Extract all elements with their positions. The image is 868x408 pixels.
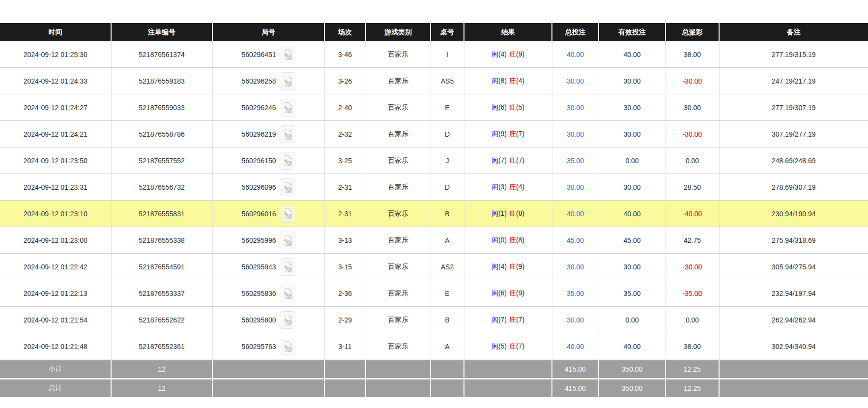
total-bet-link[interactable]: 30.00	[567, 77, 584, 85]
cell-game-type: 百家乐	[366, 333, 431, 360]
cell-bet-no: 521876561374	[111, 41, 212, 68]
banker-score: (9)	[516, 289, 524, 297]
table-row[interactable]: 2024-09-12 01:23:31 521876556732 5602960…	[0, 174, 868, 201]
total-bet-link[interactable]: 30.00	[567, 130, 584, 138]
cell-bet-no: 521876556732	[111, 174, 212, 201]
video-replay-button[interactable]	[280, 152, 295, 170]
table-row[interactable]: 2024-09-12 01:22:42 521876554591 5602959…	[0, 254, 868, 280]
video-replay-button[interactable]	[280, 178, 295, 196]
cell-total-bet: 45.00	[552, 227, 599, 254]
cell-table-no: J	[431, 147, 464, 174]
cell-valid-bet: 0.00	[599, 147, 665, 174]
banker-result-label: 庄	[509, 289, 516, 297]
table-row[interactable]: 2024-09-12 01:24:21 521876558786 5602962…	[0, 121, 868, 147]
cell-session: 2-40	[324, 94, 366, 121]
cell-table-no: A	[431, 227, 464, 254]
cell-result: 闲(0)庄(8)	[464, 227, 552, 254]
player-result-label: 闲	[492, 183, 498, 191]
total-bet-link[interactable]: 30.00	[567, 183, 584, 191]
cell-valid-bet: 0.00	[599, 307, 665, 333]
banker-score: (8)	[516, 236, 524, 244]
total-bet-link[interactable]: 30.00	[567, 263, 584, 271]
total-bet-link[interactable]: 45.00	[567, 236, 584, 244]
video-replay-button[interactable]	[280, 205, 295, 223]
summary-total-bet: 415.00	[552, 379, 599, 398]
cell-round-no: 560295996	[212, 227, 324, 254]
video-replay-button[interactable]	[280, 258, 295, 276]
video-replay-button[interactable]	[280, 99, 295, 117]
cell-time: 2024-09-12 01:23:00	[0, 227, 111, 254]
cell-round-no: 560296258	[212, 68, 324, 94]
cell-result: 闲(4)庄(9)	[464, 254, 552, 280]
cell-result: 闲(8)庄(4)	[464, 68, 552, 94]
col-header-round-no: 局号	[212, 23, 324, 41]
cell-result: 闲(1)庄(8)	[464, 201, 552, 227]
cell-time: 2024-09-12 01:25:30	[0, 41, 111, 68]
player-score: (1)	[498, 209, 507, 217]
table-row[interactable]: 2024-09-12 01:23:50 521876557552 5602961…	[0, 147, 868, 174]
video-replay-button[interactable]	[280, 285, 295, 302]
total-bet-link[interactable]: 35.00	[567, 157, 584, 165]
player-result-label: 闲	[492, 289, 498, 297]
player-result-label: 闲	[492, 236, 498, 244]
cell-time: 2024-09-12 01:21:54	[0, 307, 111, 333]
total-bet-link[interactable]: 35.00	[567, 290, 584, 297]
cell-time: 2024-09-12 01:24:33	[0, 68, 111, 94]
banker-result-label: 庄	[509, 262, 516, 270]
table-row[interactable]: 2024-09-12 01:23:00 521876555338 5602959…	[0, 227, 868, 254]
cell-game-type: 百家乐	[366, 201, 431, 227]
cell-game-type: 百家乐	[366, 254, 431, 280]
table-row[interactable]: 2024-09-12 01:22:13 521876553337 5602958…	[0, 280, 868, 307]
cell-remark: 307.19/277.19	[719, 121, 868, 147]
cell-time: 2024-09-12 01:23:31	[0, 174, 111, 201]
player-score: (0)	[498, 236, 507, 244]
total-bet-link[interactable]: 30.00	[567, 104, 584, 112]
player-result-label: 闲	[492, 77, 498, 85]
video-replay-icon	[283, 208, 292, 220]
player-result-label: 闲	[492, 316, 498, 323]
video-replay-button[interactable]	[280, 338, 295, 355]
table-row[interactable]: 2024-09-12 01:24:33 521876559183 5602962…	[0, 68, 868, 94]
cell-payout: -40.00	[665, 201, 719, 227]
round-number: 560295836	[241, 290, 276, 297]
cell-valid-bet: 30.00	[599, 121, 665, 147]
col-header-time: 时间	[0, 23, 111, 41]
round-number: 560296096	[241, 183, 276, 191]
video-replay-button[interactable]	[280, 72, 295, 90]
cell-table-no: A	[431, 333, 464, 360]
table-row[interactable]: 2024-09-12 01:25:30 521876561374 5602964…	[0, 41, 868, 68]
cell-total-bet: 40.00	[552, 41, 599, 68]
cell-total-bet: 30.00	[552, 307, 599, 333]
total-bet-link[interactable]: 30.00	[567, 316, 584, 324]
banker-result-label: 庄	[509, 342, 516, 350]
video-replay-button[interactable]	[280, 232, 295, 249]
total-bet-link[interactable]: 40.00	[567, 51, 584, 58]
player-score: (5)	[498, 342, 507, 350]
banker-score: (9)	[516, 50, 524, 58]
table-row[interactable]: 2024-09-12 01:23:10 521876555831 5602960…	[0, 201, 868, 227]
cell-round-no: 560296096	[212, 174, 324, 201]
player-result-label: 闲	[492, 103, 498, 111]
video-replay-icon	[283, 288, 292, 299]
cell-bet-no: 521876557552	[111, 147, 212, 174]
round-number: 560295800	[241, 316, 276, 324]
total-bet-link[interactable]: 40.00	[567, 343, 584, 350]
video-replay-button[interactable]	[280, 46, 295, 63]
col-header-valid-bet: 有效投注	[599, 23, 665, 41]
total-bet-link[interactable]: 40.00	[567, 210, 584, 218]
video-replay-button[interactable]	[280, 125, 295, 143]
cell-game-type: 百家乐	[366, 174, 431, 201]
cell-round-no: 560295836	[212, 280, 324, 307]
summary-valid-bet: 350.00	[599, 360, 665, 379]
cell-total-bet: 30.00	[552, 121, 599, 147]
cell-payout: -35.00	[665, 280, 719, 307]
table-row[interactable]: 2024-09-12 01:24:27 521876559033 5602962…	[0, 94, 868, 121]
cell-bet-no: 521876559033	[111, 94, 212, 121]
cell-game-type: 百家乐	[366, 307, 431, 333]
cell-session: 3-26	[324, 68, 366, 94]
video-replay-button[interactable]	[280, 311, 295, 329]
cell-result: 闲(6)庄(5)	[464, 94, 552, 121]
table-row[interactable]: 2024-09-12 01:21:48 521876552361 5602957…	[0, 333, 868, 360]
cell-table-no: B	[431, 201, 464, 227]
table-row[interactable]: 2024-09-12 01:21:54 521876552622 5602958…	[0, 307, 868, 333]
